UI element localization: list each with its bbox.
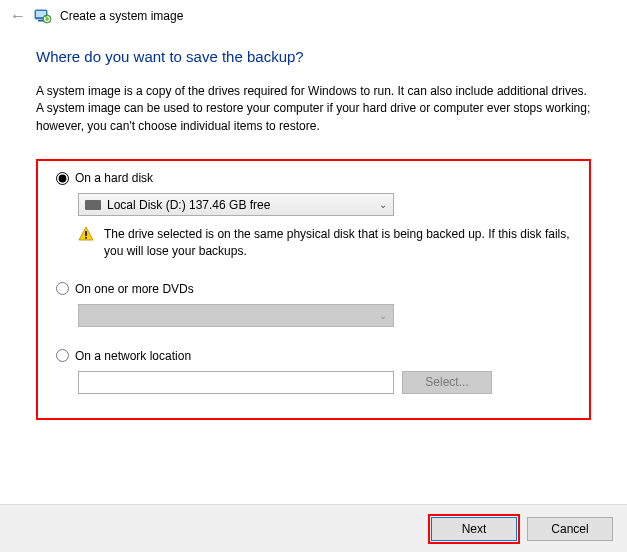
hard-disk-dropdown-value: Local Disk (D:) 137.46 GB free — [107, 198, 270, 212]
page-description: A system image is a copy of the drives r… — [36, 83, 591, 135]
system-image-app-icon — [34, 7, 52, 25]
warning-icon — [78, 226, 94, 242]
radio-hard-disk-input[interactable] — [56, 172, 69, 185]
content-area: Where do you want to save the backup? A … — [0, 32, 627, 430]
chevron-down-icon: ⌄ — [379, 310, 387, 321]
option-dvd: On one or more DVDs ⌄ — [56, 282, 571, 327]
network-select-button: Select... — [402, 371, 492, 394]
radio-dvd-label: On one or more DVDs — [75, 282, 194, 296]
svg-rect-5 — [85, 237, 87, 239]
footer-bar: Next Cancel — [0, 504, 627, 552]
svg-rect-4 — [85, 231, 87, 236]
backup-destination-options: On a hard disk Local Disk (D:) 137.46 GB… — [36, 159, 591, 420]
page-heading: Where do you want to save the backup? — [36, 48, 591, 65]
radio-network[interactable]: On a network location — [56, 349, 571, 363]
radio-network-label: On a network location — [75, 349, 191, 363]
titlebar: ← Create a system image — [0, 0, 627, 32]
chevron-down-icon: ⌄ — [379, 199, 387, 210]
hard-disk-icon — [85, 200, 101, 210]
back-arrow-icon: ← — [10, 7, 26, 25]
network-path-input[interactable] — [78, 371, 394, 394]
hard-disk-dropdown[interactable]: Local Disk (D:) 137.46 GB free ⌄ — [78, 193, 394, 216]
next-button[interactable]: Next — [431, 517, 517, 541]
radio-network-input[interactable] — [56, 349, 69, 362]
hard-disk-warning: The drive selected is on the same physic… — [78, 226, 571, 260]
radio-hard-disk-label: On a hard disk — [75, 171, 153, 185]
option-hard-disk: On a hard disk Local Disk (D:) 137.46 GB… — [56, 171, 571, 260]
window-title: Create a system image — [60, 9, 183, 23]
option-network: On a network location Select... — [56, 349, 571, 394]
hard-disk-warning-text: The drive selected is on the same physic… — [104, 226, 571, 260]
network-location-row: Select... — [78, 371, 571, 394]
dvd-dropdown: ⌄ — [78, 304, 394, 327]
radio-dvd-input[interactable] — [56, 282, 69, 295]
radio-dvd[interactable]: On one or more DVDs — [56, 282, 571, 296]
cancel-button[interactable]: Cancel — [527, 517, 613, 541]
radio-hard-disk[interactable]: On a hard disk — [56, 171, 571, 185]
